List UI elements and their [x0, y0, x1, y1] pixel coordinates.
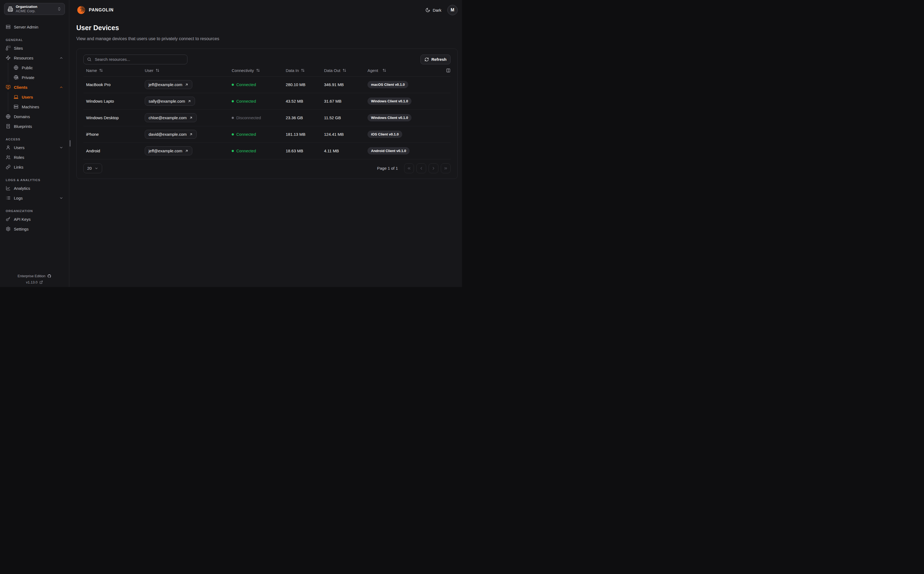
- edition-line[interactable]: Enterprise Edition: [0, 274, 69, 278]
- status-dot: [232, 150, 234, 152]
- sidebar: Organization ACME Corp. Server Admin GEN…: [0, 0, 69, 287]
- sidebar-item-server-admin[interactable]: Server Admin: [4, 22, 65, 32]
- avatar[interactable]: M: [447, 5, 458, 15]
- sidebar-footer: Enterprise Edition v1.13.0: [0, 272, 69, 284]
- avatar-initial: M: [451, 8, 454, 13]
- connectivity-status: Connected: [232, 82, 286, 87]
- chevrons-up-down-icon: [57, 7, 61, 11]
- page-size-select[interactable]: 20: [84, 164, 102, 173]
- theme-label: Dark: [433, 8, 442, 13]
- section-label-organization: ORGANIZATION: [6, 209, 65, 213]
- sidebar-item-analytics[interactable]: Analytics: [4, 183, 65, 193]
- chevron-down-icon: [59, 196, 63, 200]
- sidebar-item-label: Public: [22, 65, 63, 70]
- brand[interactable]: PANGOLIN: [76, 5, 114, 15]
- refresh-button[interactable]: Refresh: [421, 55, 451, 65]
- sidebar-item-domains[interactable]: Domains: [4, 112, 65, 121]
- organization-selector[interactable]: Organization ACME Corp.: [4, 3, 65, 15]
- server-icon: [14, 104, 19, 109]
- chevron-down-icon: [59, 145, 63, 150]
- table-row: Windows Lapto sally@example.com Connecte…: [84, 93, 451, 110]
- status-dot: [232, 133, 234, 136]
- user-email: jeff@example.com: [148, 148, 182, 153]
- sidebar-item-public[interactable]: Public: [11, 63, 65, 73]
- sidebar-item-label: Links: [14, 165, 63, 169]
- pangolin-logo-icon: [76, 5, 86, 15]
- device-name: MacBook Pro: [84, 82, 145, 87]
- sort-icon[interactable]: [99, 68, 103, 72]
- globe-icon: [6, 114, 11, 119]
- column-label: Connectivity: [232, 68, 254, 73]
- version-line[interactable]: v1.13.0: [0, 280, 69, 284]
- data-in-value: 181.13 MB: [286, 132, 324, 137]
- sidebar-item-machines[interactable]: Machines: [11, 102, 65, 112]
- column-header-agent[interactable]: Agent: [367, 68, 451, 73]
- user-link-button[interactable]: david@example.com: [145, 130, 197, 139]
- sidebar-item-clients[interactable]: Clients: [4, 82, 65, 92]
- user-link-button[interactable]: sally@example.com: [145, 97, 195, 106]
- user-link-button[interactable]: jeff@example.com: [145, 147, 192, 155]
- globe-icon: [14, 65, 19, 70]
- search-input[interactable]: [94, 57, 184, 62]
- arrow-up-right-icon: [185, 149, 189, 153]
- chevron-up-icon: [59, 85, 63, 89]
- resources-subnav: Public Private: [8, 63, 65, 82]
- user-link-button[interactable]: chloe@example.com: [145, 113, 197, 122]
- sort-icon[interactable]: [301, 68, 305, 72]
- sidebar-scrollbar-thumb[interactable]: [69, 140, 71, 147]
- column-header-name[interactable]: Name: [84, 68, 145, 73]
- sidebar-item-clients-users[interactable]: Users: [11, 92, 65, 102]
- sort-icon[interactable]: [382, 68, 386, 72]
- sort-icon[interactable]: [342, 68, 346, 72]
- pagination: 20 Page 1 of 1: [84, 164, 451, 173]
- data-in-value: 18.63 MB: [286, 148, 324, 153]
- sidebar-item-settings[interactable]: Settings: [4, 224, 65, 234]
- column-header-connectivity[interactable]: Connectivity: [232, 68, 286, 73]
- connectivity-status: Disconnected: [232, 115, 286, 120]
- sidebar-item-private[interactable]: Private: [11, 73, 65, 82]
- topbar: PANGOLIN Dark M: [76, 0, 458, 20]
- sidebar-item-roles[interactable]: Roles: [4, 152, 65, 162]
- user-email: sally@example.com: [148, 99, 185, 104]
- key-icon: [6, 217, 11, 222]
- organization-label: Organization: [16, 5, 54, 9]
- agent-badge: Windows Client v0.1.0: [367, 114, 412, 121]
- previous-page-button[interactable]: [416, 164, 426, 173]
- last-page-button[interactable]: [441, 164, 451, 173]
- theme-toggle[interactable]: Dark: [425, 8, 442, 13]
- sidebar-item-sites[interactable]: Sites: [4, 43, 65, 53]
- sidebar-item-blueprints[interactable]: Blueprints: [4, 121, 65, 131]
- list-icon: [6, 196, 11, 200]
- page-subtitle: View and manage devices that users use t…: [76, 36, 458, 41]
- sidebar-item-api-keys[interactable]: API Keys: [4, 214, 65, 224]
- table-row: iPhone david@example.com Connected 181.1…: [84, 126, 451, 143]
- user-link-button[interactable]: jeff@example.com: [145, 80, 192, 89]
- status-text: Connected: [236, 82, 256, 87]
- column-header-data-in[interactable]: Data In: [286, 68, 324, 73]
- column-visibility-button[interactable]: [446, 68, 451, 73]
- chevron-up-icon: [59, 56, 63, 60]
- data-in-value: 43.52 MB: [286, 99, 324, 104]
- column-header-user[interactable]: User: [145, 68, 232, 73]
- devices-card: Refresh Name User Connectivity Da: [76, 49, 458, 179]
- status-text: Disconnected: [236, 115, 261, 120]
- globe-lock-icon: [14, 75, 19, 80]
- topbar-right: Dark M: [425, 5, 458, 15]
- chevron-left-icon: [419, 166, 423, 170]
- table-row: Android jeff@example.com Connected 18.63…: [84, 143, 451, 159]
- user-email: jeff@example.com: [148, 82, 182, 87]
- page-title: User Devices: [76, 24, 458, 32]
- sidebar-item-label: Logs: [14, 196, 56, 200]
- sidebar-item-users[interactable]: Users: [4, 142, 65, 152]
- sidebar-item-logs[interactable]: Logs: [4, 193, 65, 203]
- column-header-data-out[interactable]: Data Out: [324, 68, 367, 73]
- first-page-button[interactable]: [404, 164, 414, 173]
- next-page-button[interactable]: [429, 164, 438, 173]
- sidebar-item-label: Resources: [14, 56, 56, 60]
- sort-icon[interactable]: [156, 68, 159, 72]
- laptop-icon: [14, 95, 19, 99]
- sidebar-item-links[interactable]: Links: [4, 162, 65, 172]
- sort-icon[interactable]: [256, 68, 260, 72]
- column-label: Agent: [367, 68, 378, 73]
- sidebar-item-resources[interactable]: Resources: [4, 53, 65, 63]
